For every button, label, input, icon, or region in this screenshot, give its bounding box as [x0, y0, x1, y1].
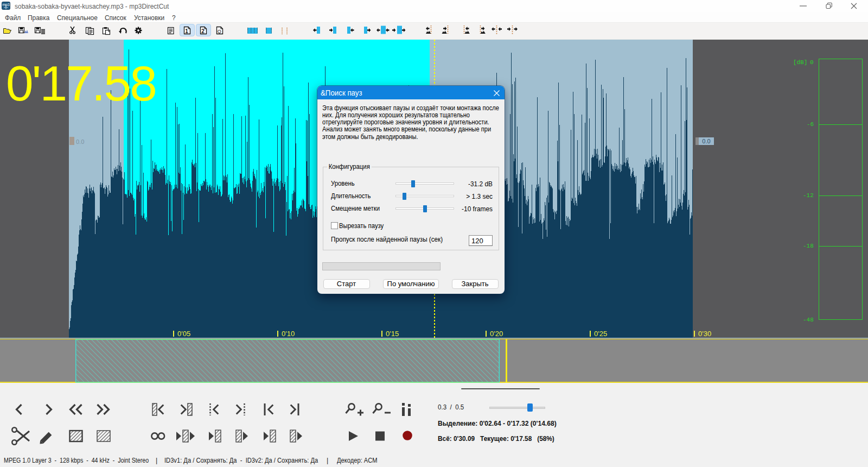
- svg-text:1: 1: [185, 28, 188, 34]
- svg-text:Q: Q: [218, 29, 221, 34]
- svg-text:2: 2: [201, 28, 205, 34]
